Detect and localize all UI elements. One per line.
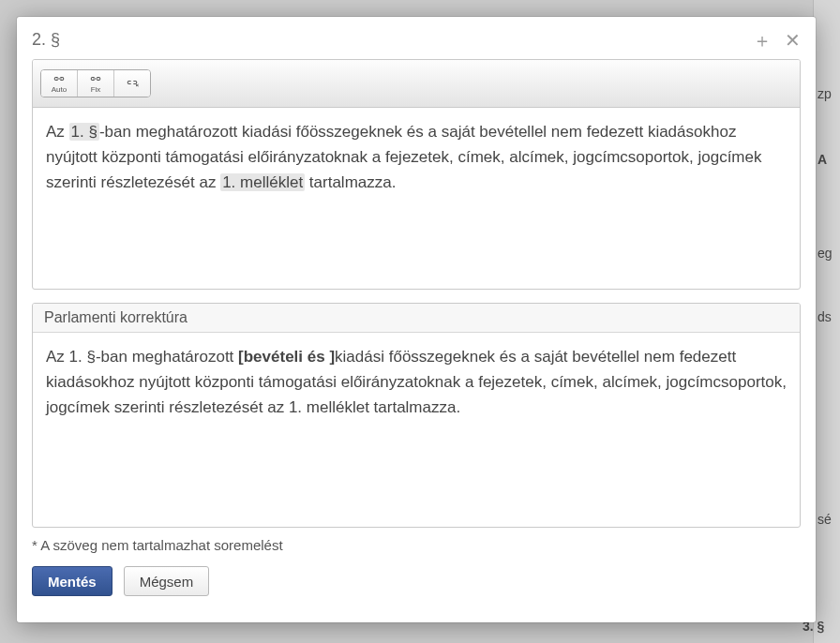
inserted-text: [bevételi és ] (238, 348, 335, 366)
link-fix-button[interactable]: Fix (78, 70, 114, 97)
tb-label: Fix (91, 85, 101, 94)
text: Az 1. §-ban meghatározott (46, 348, 238, 366)
text: tartalmazza. (305, 173, 396, 191)
text: -ban meghatározott kiadási főösszegeknek… (46, 123, 761, 191)
unlink-icon (125, 78, 140, 89)
editor-toolbar: Auto Fix (33, 60, 800, 108)
dialog-actions: Mentés Mégsem (32, 566, 801, 596)
link-icon (52, 74, 67, 85)
help-note: * A szöveg nem tartalmazhat soremelést (32, 537, 801, 553)
cancel-button[interactable]: Mégsem (124, 566, 210, 596)
correction-header: Parlamenti korrektúra (33, 304, 800, 333)
link-remove-button[interactable] (114, 70, 150, 97)
linked-reference[interactable]: 1. melléklet (220, 173, 305, 191)
close-icon[interactable]: ✕ (785, 31, 801, 50)
edit-dialog: 2. § ＋ ✕ Auto Fix (17, 17, 816, 622)
text: Az (46, 123, 69, 141)
correction-panel: Parlamenti korrektúra Az 1. §-ban meghat… (32, 303, 801, 528)
link-auto-button[interactable]: Auto (41, 70, 78, 97)
editor-panel: Auto Fix Az 1. §-ban meghatározott kiadá… (32, 59, 801, 290)
tb-label: Auto (52, 85, 67, 94)
save-button[interactable]: Mentés (32, 566, 112, 596)
correction-text: Az 1. §-ban meghatározott [bevételi és ]… (33, 333, 800, 527)
dialog-title: 2. § (32, 30, 60, 50)
editor-text-area[interactable]: Az 1. §-ban meghatározott kiadási főössz… (33, 108, 800, 289)
add-icon[interactable]: ＋ (753, 31, 772, 50)
linked-reference[interactable]: 1. § (69, 123, 99, 141)
link-icon (88, 74, 103, 85)
